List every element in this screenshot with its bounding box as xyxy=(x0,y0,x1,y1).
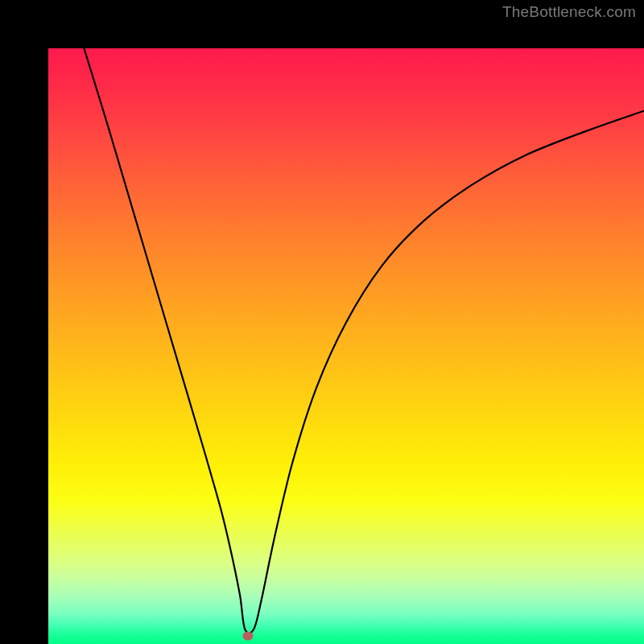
plot-area xyxy=(48,48,644,644)
optimal-point-marker xyxy=(242,631,253,640)
bottleneck-curve xyxy=(48,48,644,644)
watermark-text: TheBottleneck.com xyxy=(502,3,636,21)
chart-frame xyxy=(0,0,644,644)
